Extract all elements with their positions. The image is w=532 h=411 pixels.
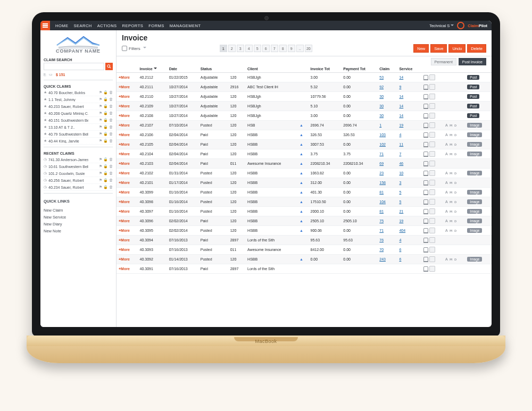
trash-icon[interactable]: 🗑 <box>109 178 113 182</box>
trash-icon[interactable]: 🗑 <box>109 139 113 143</box>
post-pill[interactable]: Post <box>467 94 479 99</box>
expand-row[interactable]: +More <box>119 142 130 146</box>
nav-item[interactable]: MANAGEMENT <box>170 23 201 28</box>
service-link[interactable]: 5 <box>399 190 401 194</box>
claim-search-input[interactable] <box>44 63 104 70</box>
expand-row[interactable]: +More <box>119 114 130 118</box>
claim-link[interactable]: 30 <box>379 95 384 98</box>
doc-icon[interactable] <box>429 266 435 272</box>
lock-icon[interactable] <box>423 257 428 262</box>
pager-page[interactable]: 3 <box>237 45 244 52</box>
lock-icon[interactable] <box>423 247 428 253</box>
lock-icon[interactable]: 🔒 <box>103 132 108 136</box>
lock-icon[interactable]: 🔒 <box>103 139 108 143</box>
claim-link[interactable]: 70 <box>379 248 384 251</box>
image-pill[interactable]: Image <box>467 171 482 175</box>
image-pill[interactable]: Image <box>467 257 482 262</box>
service-link[interactable]: 19 <box>399 219 403 223</box>
amh-icons[interactable]: A ᴍ ᴅ <box>445 181 457 184</box>
sidebar-item[interactable]: ★40.208 Quartz Mining C..⚑🔒🗑 <box>44 110 113 117</box>
expand-row[interactable]: +More <box>119 248 130 251</box>
flag-icon[interactable]: ⚑ <box>99 104 102 108</box>
trash-icon[interactable]: 🗑 <box>109 132 113 136</box>
filters-toggle[interactable]: Filters <box>122 46 146 51</box>
table-row[interactable]: +More40.210910/27/2014Adjustable120HSBJg… <box>117 102 492 111</box>
post-pill[interactable]: Post <box>467 85 479 89</box>
amh-icons[interactable]: A ᴍ ᴅ <box>445 200 457 204</box>
service-link[interactable]: 19 <box>399 123 403 127</box>
new-button[interactable]: New <box>413 44 429 53</box>
post-pill[interactable]: Post <box>467 75 479 80</box>
doc-icon[interactable] <box>429 161 435 166</box>
col-header[interactable] <box>465 65 492 73</box>
doc-icon[interactable] <box>429 84 435 90</box>
sidebar-item[interactable]: ◷10.61 Southwestern Bell..⚑🔒🗑 <box>44 163 113 170</box>
user-menu[interactable]: Technical S <box>429 23 454 28</box>
lock-icon[interactable] <box>423 161 428 166</box>
doc-icon[interactable] <box>429 122 435 128</box>
expand-row[interactable]: +More <box>119 229 130 232</box>
service-link[interactable]: 6 <box>399 257 401 261</box>
table-row[interactable]: +More40.309407/16/2013Paid2897Lords of t… <box>117 236 492 245</box>
undo-button[interactable]: Undo <box>448 44 466 53</box>
sidebar-item[interactable]: ★40.233 Sauer, Robert⚑🔒🗑 <box>44 103 113 110</box>
amh-icons[interactable]: A ᴍ ᴅ <box>445 171 457 175</box>
nav-item[interactable]: FORMS <box>148 23 164 28</box>
col-header[interactable] <box>297 65 309 73</box>
lock-icon[interactable] <box>423 104 428 109</box>
lock-icon[interactable]: 🔒 <box>103 111 108 115</box>
expand-row[interactable]: +More <box>119 219 130 223</box>
col-header[interactable]: Status <box>198 65 228 73</box>
service-link[interactable]: 14 <box>399 114 403 118</box>
col-header[interactable]: Claim <box>377 65 397 73</box>
lock-icon[interactable] <box>423 190 428 195</box>
doc-icon[interactable] <box>429 180 435 186</box>
sync-icon[interactable] <box>457 22 464 29</box>
lock-icon[interactable]: 🔒 <box>103 125 108 129</box>
post-pill[interactable]: Post <box>467 104 479 108</box>
flag-icon[interactable]: ⚑ <box>99 118 102 122</box>
quick-link[interactable]: New Note <box>44 228 113 234</box>
table-row[interactable]: +More40.210502/04/2014Paid120HSBB▲3007.5… <box>117 140 492 149</box>
flag-icon[interactable]: ⚑ <box>99 178 102 182</box>
doc-icon[interactable] <box>429 208 435 214</box>
expand-row[interactable]: +More <box>119 133 130 137</box>
table-row[interactable]: +More40.309901/16/2014Posted120HSBB▲401.… <box>117 188 492 197</box>
table-row[interactable]: +More40.210201/31/2014Posted120HSBB▲1063… <box>117 169 492 178</box>
service-link[interactable]: 7 <box>399 152 401 156</box>
trash-icon[interactable]: 🗑 <box>109 185 113 189</box>
service-link[interactable]: 6 <box>399 248 401 251</box>
table-row[interactable]: +More40.211010/27/2014Adjustable120HSBJg… <box>117 92 492 102</box>
col-header[interactable] <box>421 65 443 73</box>
delete-button[interactable]: Delete <box>467 44 486 53</box>
col-header[interactable] <box>228 65 245 73</box>
claim-link[interactable]: 30 <box>379 114 384 118</box>
pager-page[interactable]: 4 <box>245 45 253 52</box>
lock-icon[interactable] <box>423 219 428 224</box>
expand-row[interactable]: +More <box>119 257 130 261</box>
service-link[interactable]: 5 <box>399 200 401 204</box>
doc-icon[interactable] <box>429 247 435 253</box>
pager-page[interactable]: 8 <box>279 45 287 52</box>
claim-link[interactable]: 23 <box>379 171 384 175</box>
pager-page[interactable]: 5 <box>254 45 261 52</box>
expand-row[interactable]: +More <box>119 104 130 108</box>
doc-icon[interactable] <box>429 228 435 233</box>
service-link[interactable]: 4 <box>399 238 401 242</box>
sidebar-item[interactable]: ★40.70 Boucher, Bobbs⚑🔒🗑 <box>44 89 113 96</box>
tab[interactable]: Post Invoice <box>459 58 486 65</box>
trash-icon[interactable]: 🗑 <box>109 90 113 95</box>
claim-link[interactable]: 158 <box>379 181 386 184</box>
nav-item[interactable]: HOME <box>55 23 69 28</box>
image-pill[interactable]: Image <box>467 228 482 233</box>
claim-link[interactable]: 30 <box>379 104 384 108</box>
doc-icon[interactable] <box>429 113 435 119</box>
col-header[interactable]: Service <box>397 65 421 73</box>
service-link[interactable]: 9 <box>399 85 401 89</box>
service-link[interactable]: 14 <box>399 104 403 108</box>
claim-link[interactable]: 75 <box>379 219 384 223</box>
trash-icon[interactable]: 🗑 <box>109 171 113 175</box>
service-link[interactable]: 14 <box>399 76 403 79</box>
trash-icon[interactable]: 🗑 <box>109 118 113 122</box>
table-row[interactable]: +More40.210707/10/2014Posted120HSB▲2696.… <box>117 121 492 130</box>
